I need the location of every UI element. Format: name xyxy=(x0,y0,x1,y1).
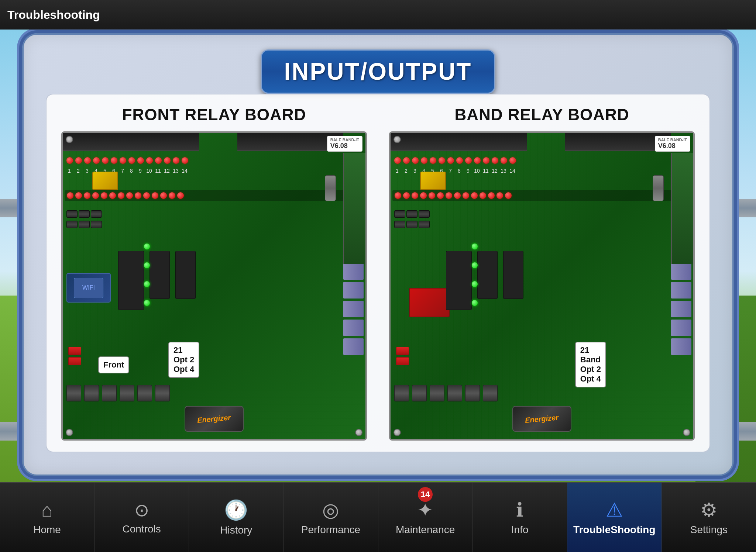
led-2 xyxy=(75,157,82,164)
band-bolt-bl xyxy=(394,429,401,436)
app-title: Troubleshooting xyxy=(7,8,100,22)
controls-icon: ⊙ xyxy=(134,500,149,520)
band-resistors xyxy=(394,210,430,228)
band-fuse xyxy=(653,175,664,201)
front-spec-label: 21 Opt 2 Opt 4 xyxy=(168,342,199,378)
band-relay-6 xyxy=(671,301,691,317)
led-6 xyxy=(111,157,117,164)
relay-6 xyxy=(343,301,364,317)
home-icon: ⌂ xyxy=(41,499,53,521)
led-14 xyxy=(182,157,188,164)
front-ic-area xyxy=(70,251,358,325)
band-spec-line4: Opt 4 xyxy=(580,374,601,384)
band-red-leds xyxy=(392,190,691,201)
band-ic2 xyxy=(477,251,498,299)
nav-troubleshooting[interactable]: ⚠ TroubleShooting xyxy=(567,483,662,552)
led-12 xyxy=(164,157,171,164)
relay-4 xyxy=(343,263,364,280)
nav-controls[interactable]: ⊙ Controls xyxy=(94,483,189,552)
front-connector-top-left xyxy=(63,133,199,151)
front-spec-line2: 21 xyxy=(173,345,194,355)
nav-settings[interactable]: ⚙ Settings xyxy=(662,483,756,552)
nav-history[interactable]: 🕐 History xyxy=(189,483,284,552)
relay-8 xyxy=(343,338,364,355)
nav-info-label: Info xyxy=(511,524,529,536)
main-frame: INPUT/OUTPUT FRONT RELAY BOARD xyxy=(22,33,734,476)
green-led-2 xyxy=(144,262,150,268)
bolt-tl xyxy=(66,136,73,143)
settings-icon: ⚙ xyxy=(700,499,718,521)
ic2 xyxy=(150,251,170,299)
boards-container: FRONT RELAY BOARD BALE BAND-IT V6.08 xyxy=(61,106,695,441)
band-green-led-1 xyxy=(472,244,478,249)
nav-home[interactable]: ⌂ Home xyxy=(0,483,94,552)
led-1 xyxy=(66,157,73,164)
band-version-badge: BALE BAND-IT V6.08 xyxy=(655,136,690,152)
led-10 xyxy=(146,157,153,164)
nav-history-label: History xyxy=(220,524,252,536)
band-spec-line3: Opt 2 xyxy=(580,365,601,374)
relay-7 xyxy=(343,320,364,336)
front-info-label: Front xyxy=(98,356,129,373)
led-4 xyxy=(93,157,100,164)
band-spec-line1: 21 xyxy=(580,345,601,355)
performance-icon: ◎ xyxy=(322,499,339,521)
ic1 xyxy=(118,251,144,310)
nav-performance-label: Performance xyxy=(301,524,360,536)
band-green-led-3 xyxy=(472,281,478,287)
front-screw-terminals xyxy=(343,153,365,264)
led-11 xyxy=(155,157,162,164)
front-battery: Energizer xyxy=(185,406,244,432)
band-green-led-2 xyxy=(472,262,478,268)
band-yellow-cap xyxy=(420,172,446,190)
band-screw-terminals xyxy=(671,153,693,264)
band-green-leds xyxy=(472,244,478,306)
band-brand: BALE BAND-IT xyxy=(658,138,687,142)
band-battery: Energizer xyxy=(512,406,571,432)
led-13 xyxy=(173,157,179,164)
band-ic-area xyxy=(398,251,686,325)
band-bolt-br xyxy=(683,429,690,436)
band-relay-8 xyxy=(671,338,691,355)
maintenance-icon: ✦ xyxy=(417,499,433,521)
history-icon: 🕐 xyxy=(224,499,248,521)
nav-troubleshooting-label: TroubleShooting xyxy=(573,524,655,536)
band-relay-5 xyxy=(671,282,691,299)
front-brand: BALE BAND-IT xyxy=(330,138,359,142)
relay-5 xyxy=(343,282,364,299)
led-3 xyxy=(84,157,91,164)
maintenance-badge: 14 xyxy=(418,487,433,502)
nav-info[interactable]: ℹ Info xyxy=(473,483,567,552)
front-led-row xyxy=(66,155,362,166)
front-version-badge: BALE BAND-IT V6.08 xyxy=(327,136,362,152)
front-pcb-board: BALE BAND-IT V6.08 xyxy=(61,131,367,441)
io-title-banner: INPUT/OUTPUT xyxy=(261,49,495,94)
io-title-text: INPUT/OUTPUT xyxy=(284,58,472,85)
info-icon: ℹ xyxy=(516,499,523,521)
nav-maintenance[interactable]: ✦ 14 Maintenance xyxy=(378,483,473,552)
nav-controls-label: Controls xyxy=(123,523,161,535)
front-board-title: FRONT RELAY BOARD xyxy=(122,106,306,124)
band-dip-switches xyxy=(396,347,409,365)
led-7 xyxy=(120,157,126,164)
bolt-br xyxy=(355,429,362,436)
front-bottom-connectors xyxy=(66,384,336,402)
nav-settings-label: Settings xyxy=(690,524,728,536)
nav-maintenance-label: Maintenance xyxy=(396,524,455,536)
band-connector-top-left xyxy=(391,133,527,151)
green-led-4 xyxy=(144,300,150,306)
front-spec-line4: Opt 4 xyxy=(173,365,194,374)
band-led-row xyxy=(394,155,690,166)
bolt-bl xyxy=(66,429,73,436)
led-8 xyxy=(128,157,135,164)
band-board-title: BAND RELAY BOARD xyxy=(454,106,629,124)
band-spec-label: 21 Band Opt 2 Opt 4 xyxy=(575,342,606,387)
green-led-1 xyxy=(144,244,150,249)
band-relay-7 xyxy=(671,320,691,336)
band-relay-4 xyxy=(671,263,691,280)
nav-performance[interactable]: ◎ Performance xyxy=(284,483,378,552)
front-green-leds xyxy=(144,244,150,306)
band-ic3 xyxy=(503,251,523,299)
led-5 xyxy=(102,157,109,164)
front-fuse xyxy=(325,175,336,201)
